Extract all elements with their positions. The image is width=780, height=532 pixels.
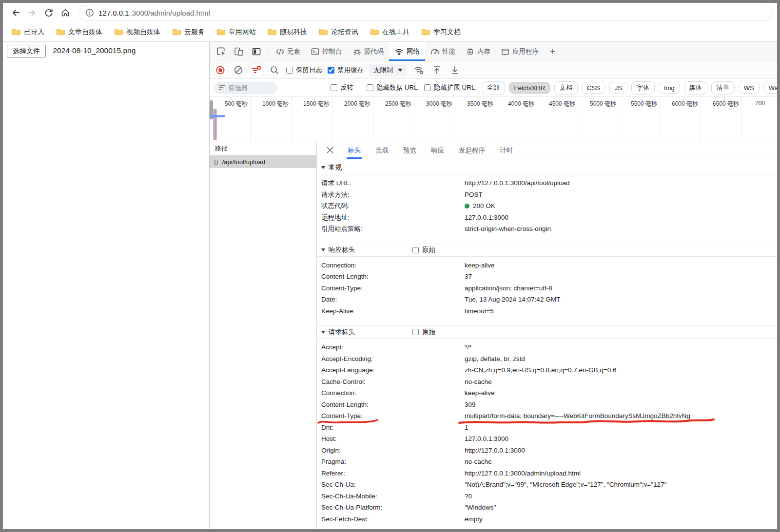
disable-cache-input[interactable] [328,67,334,74]
header-value: no-cache [465,457,492,466]
details-tab[interactable]: 发起程序 [458,141,486,159]
response-raw-checkbox[interactable]: 原始 [412,246,435,254]
preserve-log-input[interactable] [286,67,293,74]
header-value-text: gzip, deflate, br, zstd [465,355,525,362]
reload-button[interactable] [41,5,57,20]
filter-toggle-button[interactable] [250,64,263,76]
request-type-pill[interactable]: 文档 [554,81,578,95]
header-name-text: Sec-Fetch-Dest: [321,515,369,523]
filter-active-icon [251,65,262,75]
address-bar[interactable]: 127.0.0.1:3000/admin/upload.html [79,5,772,20]
details-tab[interactable]: 标头 [347,141,362,159]
bookmark-folder[interactable]: 学习文档 [421,28,461,37]
bookmark-folder[interactable]: 常用网站 [216,28,256,37]
hide-extension-urls-input[interactable] [424,84,431,91]
tab-network[interactable]: 网络 [389,42,425,61]
record-network-log-button[interactable] [214,64,227,76]
request-type-pill[interactable]: 清单 [711,81,735,95]
tab-application[interactable]: 应用程序 [496,42,544,61]
bookmark-folder[interactable]: 文章自媒体 [56,28,102,37]
timeline-tick-label: 4000 毫秒 [508,100,534,107]
hide-data-urls-checkbox[interactable]: 隐藏数据 URL [367,83,418,92]
request-raw-input[interactable] [412,329,419,335]
invert-filter-checkbox[interactable]: 反转 [331,83,353,92]
clear-network-log-button[interactable] [232,64,245,76]
choose-file-button[interactable]: 选择文件 [7,45,46,57]
bookmark-folder[interactable]: 已导入 [12,28,44,37]
details-tab[interactable]: 预览 [402,141,417,159]
device-toolbar-button[interactable] [230,42,248,61]
details-tab[interactable]: 计时 [499,141,514,159]
reload-icon [44,8,54,18]
home-button[interactable] [58,5,73,20]
details-tab[interactable]: 响应 [430,141,445,159]
request-raw-checkbox[interactable]: 原始 [412,328,435,337]
hide-data-urls-input[interactable] [367,84,373,91]
tab-console[interactable]: 控制台 [306,42,348,61]
throttling-select[interactable]: 无限制 [369,64,407,76]
headers-sections: 常规 请求 URL: http://127.0.0.1:3000/api/too… [317,159,777,529]
disable-cache-label: 禁用缓存 [337,66,364,75]
tab-sources[interactable]: 源代码 [348,42,390,61]
request-row[interactable]: {} /api/tool/upload [210,155,316,168]
disable-cache-checkbox[interactable]: 禁用缓存 [328,66,364,75]
details-tabs: 标头 负载 预览 响应 发起程序 计时 [340,141,520,159]
details-tab[interactable]: 负载 [374,141,390,159]
tab-memory[interactable]: 内存 [461,42,496,61]
preserve-log-checkbox[interactable]: 保留日志 [286,66,322,75]
response-headers-section-header[interactable]: 响应标头 原始 [317,244,777,257]
back-button[interactable] [8,5,23,20]
search-button[interactable] [268,64,281,76]
request-type-pill[interactable]: WS [739,82,760,94]
header-row: 远程地址: 127.0.0.1:3000 [317,212,777,224]
hide-extension-urls-checkbox[interactable]: 隐藏扩展 URL [424,83,475,92]
invert-input[interactable] [331,84,337,91]
request-type-pill[interactable]: 字体 [631,81,655,95]
request-type-pill[interactable]: 全部 [482,81,505,95]
header-name-text: Content-Length: [321,401,369,408]
header-row: Content-Type: application/json; charset=… [317,283,777,294]
inspect-element-button[interactable] [213,42,230,61]
more-tabs-button[interactable]: + [544,42,561,61]
request-type-pill[interactable]: Fetch/XHR [509,82,551,94]
request-type-pill[interactable]: 媒体 [684,81,707,95]
tab-performance[interactable]: 性能 [425,42,461,61]
bookmark-folder[interactable]: 随易科技 [268,28,307,37]
timeline-tick: 5000 毫秒 [578,97,619,141]
header-row: Connection: keep-alive [317,260,777,271]
tab-elements[interactable]: 元素 [271,42,306,61]
network-filter-bar: 反转 隐藏数据 URL 隐藏扩展 URL 全部 Fetch/XHR [210,79,777,97]
forward-button[interactable] [24,5,40,20]
filter-input-wrapper[interactable] [214,82,277,94]
close-details-button[interactable] [324,144,336,156]
export-har-button[interactable] [448,64,461,76]
header-value: no-cache [465,378,492,386]
request-type-pill[interactable]: Img [659,82,680,94]
request-type-pill[interactable]: CSS [582,82,605,94]
bookmark-folder[interactable]: 在线工具 [370,28,410,37]
request-headers-section-header[interactable]: 请求标头 原始 [317,325,777,339]
bookmark-folder[interactable]: 视频自媒体 [114,28,160,37]
devtools-tab-bar: 元素 控制台 源代码 网络 性能 [210,42,777,61]
header-name: Accept-Encoding: [321,355,465,363]
response-raw-input[interactable] [412,247,419,253]
bookmark-folder[interactable]: 云服务 [172,28,205,37]
header-value-text: no-cache [465,378,492,385]
request-type-pill[interactable]: JS [609,82,627,94]
timeline-tick-label: 5000 毫秒 [590,100,616,107]
timeline-tick-label: 3500 毫秒 [467,100,493,107]
header-value-text: http://127.0.0.1:3000/admin/upload.html [465,470,581,477]
dock-side-button[interactable] [248,42,265,61]
header-value-text: POST [465,191,483,198]
request-type-filters: 全部 Fetch/XHR 文档 CSS JS 字体 Img 媒体 [482,81,780,95]
header-row: Date: Tue, 13 Aug 2024 14:07:42 GMT [317,294,777,305]
page-info-icon[interactable] [85,8,94,17]
filter-input[interactable] [229,84,271,92]
path-column-header[interactable]: 路径 [210,141,316,155]
bookmark-folder[interactable]: 论坛资讯 [319,28,358,37]
general-section-header[interactable]: 常规 [317,161,777,174]
request-type-pill[interactable]: Wasm [763,82,780,94]
network-conditions-button[interactable] [412,64,425,76]
import-har-button[interactable] [430,64,443,76]
header-row: Accept-Encoding: gzip, deflate, br, zstd [317,353,777,365]
